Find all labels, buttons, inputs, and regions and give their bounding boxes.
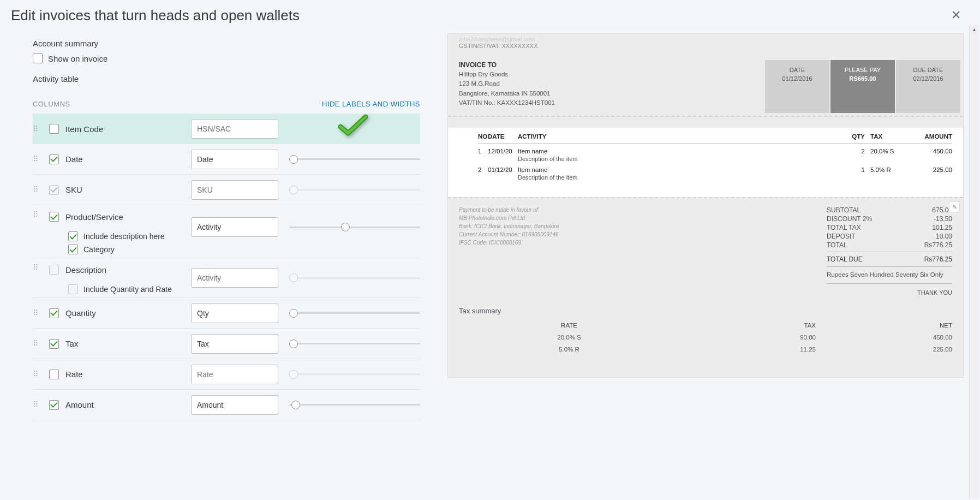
tax-checkbox[interactable] <box>49 339 59 349</box>
drag-handle-icon[interactable]: ⠿ <box>33 213 43 217</box>
thank-you: THANK YOU <box>827 284 952 296</box>
include-qty-rate-checkbox <box>68 284 78 294</box>
drag-handle-icon[interactable]: ⠿ <box>33 157 43 161</box>
quantity-input[interactable] <box>191 303 278 323</box>
drag-handle-icon[interactable]: ⠿ <box>33 342 43 346</box>
show-on-invoice-label: Show on invoice <box>48 54 107 63</box>
product-checkbox[interactable] <box>49 212 59 222</box>
date-input[interactable] <box>191 150 278 169</box>
due-date-box: DUE DATE 02/12/2016 <box>896 60 960 113</box>
line-item-row: 2 01/12/20 Item name 1 5.0% R 225.00 <box>478 162 952 173</box>
column-row-product: ⠿ Product/Service Include description he… <box>33 205 420 258</box>
include-description-checkbox[interactable] <box>68 231 78 241</box>
include-qty-rate-label: Include Quantity and Rate <box>83 285 172 294</box>
category-label: Category <box>83 245 115 254</box>
quantity-label: Quantity <box>65 308 96 318</box>
item-code-label: Item Code <box>65 124 103 134</box>
line-item-desc: Description of the item <box>478 154 952 162</box>
activity-table-label: Activity table <box>33 74 420 84</box>
customer-name: Hilltop Dry Goods <box>459 70 765 79</box>
amount-in-words: Rupees Seven Hundred Seventy Six Only <box>827 269 952 284</box>
product-label: Product/Service <box>65 212 123 222</box>
line-items-table: NO DATE ACTIVITY QTY TAX AMOUNT 1 12/01/… <box>448 128 963 197</box>
description-input[interactable] <box>191 268 278 288</box>
sku-checkbox <box>49 185 59 195</box>
customer-vat: VAT/TIN No.: KAXXX1234HST001 <box>459 98 765 108</box>
invoice-to-label: INVOICE TO <box>459 60 765 70</box>
columns-heading: COLUMNS <box>33 100 70 108</box>
tax-width-slider[interactable] <box>289 338 420 349</box>
drag-handle-icon[interactable]: ⠿ <box>33 266 43 270</box>
amount-input[interactable] <box>191 395 278 415</box>
quantity-width-slider[interactable] <box>289 308 420 319</box>
customer-addr1: 123 M.G.Road <box>459 79 765 88</box>
preview-gst: GSTIN/ST/VAT: XXXXXXXXX <box>459 43 952 49</box>
tax-label: Tax <box>65 339 78 348</box>
column-row-amount: ⠿ Amount <box>33 390 420 420</box>
payment-info: Payment to be made in favour of: MB Phot… <box>459 206 827 296</box>
product-width-slider[interactable] <box>289 222 420 233</box>
date-width-slider[interactable] <box>289 154 420 165</box>
pencil-icon[interactable]: ✎ <box>949 201 960 212</box>
drag-handle-icon[interactable]: ⠿ <box>33 188 43 192</box>
settings-panel: Account summary Show on invoice Activity… <box>0 33 442 500</box>
description-label: Description <box>65 265 106 275</box>
show-on-invoice-checkbox[interactable] <box>33 53 43 63</box>
preview-email: john24varghese@gmail.com <box>459 36 952 43</box>
checkmark-icon <box>338 114 369 142</box>
tax-summary-row: 20.0% S 90.00 450.00 <box>459 331 952 343</box>
description-checkbox <box>49 265 59 275</box>
sku-width-slider <box>289 184 420 195</box>
totals-block: SUBTOTAL675.00 DISCOUNT 2%-13.50 TOTAL T… <box>827 206 952 296</box>
column-row-quantity: ⠿ Quantity <box>33 298 420 329</box>
column-row-rate: ⠿ Rate <box>33 359 420 390</box>
tax-summary-row: 5.0% R 11.25 225.00 <box>459 343 952 355</box>
rate-input[interactable] <box>191 365 278 384</box>
preview-pane: john24varghese@gmail.com GSTIN/ST/VAT: X… <box>442 33 980 500</box>
rate-checkbox[interactable] <box>49 370 59 379</box>
sku-input[interactable] <box>191 180 278 200</box>
close-icon[interactable]: ✕ <box>943 5 969 25</box>
account-summary-label: Account summary <box>33 39 420 48</box>
rate-width-slider <box>289 369 420 380</box>
amount-checkbox[interactable] <box>49 400 59 410</box>
hide-labels-link[interactable]: HIDE LABELS AND WIDTHS <box>322 100 420 108</box>
line-item-desc: Description of the item <box>478 173 952 181</box>
drag-handle-icon[interactable]: ⠿ <box>33 403 43 407</box>
column-row-description: ⠿ Description Include Quantity and Rate <box>33 258 420 298</box>
sku-label: SKU <box>65 185 82 194</box>
amount-width-slider[interactable] <box>289 400 420 410</box>
date-box: DATE 01/12/2016 <box>765 60 829 113</box>
include-description-label: Include description here <box>83 232 165 241</box>
please-pay-box: PLEASE PAY RS665.00 <box>830 60 895 113</box>
tax-summary: Tax summary RATE TAX NET 20.0% S 90.00 4… <box>448 301 963 377</box>
line-item-row: 1 12/01/20 Item name 2 20.0% S 450.00 <box>478 144 952 154</box>
drag-handle-icon[interactable]: ⠿ <box>33 311 43 315</box>
description-width-slider <box>289 272 420 283</box>
dialog-header: Edit invoices that turn heads and open w… <box>0 0 980 33</box>
product-input[interactable] <box>191 217 278 237</box>
page-title: Edit invoices that turn heads and open w… <box>11 7 300 24</box>
tax-input[interactable] <box>191 334 278 354</box>
column-row-sku: ⠿ SKU <box>33 175 420 205</box>
rate-label: Rate <box>65 370 83 379</box>
date-label: Date <box>65 154 83 164</box>
quantity-checkbox[interactable] <box>49 308 59 318</box>
column-row-tax: ⠿ Tax <box>33 329 420 359</box>
amount-label: Amount <box>65 400 94 409</box>
customer-addr2: Bangalore, Karnataka IN 550001 <box>459 89 765 98</box>
item-code-input[interactable] <box>191 119 278 139</box>
scrollbar[interactable]: ▴ <box>969 25 979 499</box>
item-code-checkbox[interactable] <box>49 124 59 134</box>
date-checkbox[interactable] <box>49 154 59 164</box>
scroll-up-icon[interactable]: ▴ <box>970 25 979 33</box>
invoice-preview: john24varghese@gmail.com GSTIN/ST/VAT: X… <box>447 33 964 378</box>
category-checkbox[interactable] <box>68 245 78 254</box>
column-row-date: ⠿ Date <box>33 144 420 175</box>
drag-handle-icon[interactable]: ⠿ <box>33 127 43 131</box>
drag-handle-icon[interactable]: ⠿ <box>33 372 43 376</box>
